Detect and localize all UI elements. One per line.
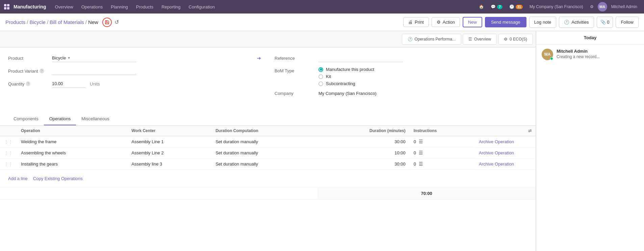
follow-button[interactable]: Follow	[616, 17, 639, 28]
right-panel-today: Today	[536, 31, 644, 45]
quantity-help-icon: ?	[26, 81, 30, 86]
bom-type-subcontracting[interactable]: Subcontracting	[318, 81, 374, 86]
work-center-cell[interactable]: Assembly line 3	[127, 158, 211, 170]
duration-cell[interactable]: 10:00	[317, 147, 409, 158]
right-panel: Today MA Mitchell Admin Creating a new r…	[536, 31, 644, 251]
nav-overview[interactable]: Overview	[51, 0, 76, 14]
archive-operation-btn[interactable]: Archive Operation	[479, 139, 514, 144]
drag-handle-icon[interactable]: ⋮⋮	[4, 139, 13, 144]
user-avatar: MA	[542, 49, 553, 60]
dropdown-arrow-icon: ▼	[67, 56, 71, 60]
product-external-link-icon[interactable]: ➔	[257, 55, 261, 61]
radio-kit-circle	[318, 74, 323, 79]
tab-overview[interactable]: ☰ Overview	[463, 34, 497, 45]
radio-subcontracting-circle	[318, 81, 323, 86]
reference-input[interactable]	[318, 54, 403, 62]
add-line-button[interactable]: Add a line	[8, 176, 28, 181]
duration-cell[interactable]: 30:00	[317, 158, 409, 170]
gear-icon: ⚙	[504, 37, 508, 42]
print-icon: 🖨	[408, 20, 413, 25]
top-navigation: Manufacturing Overview Operations Planni…	[0, 0, 644, 14]
bom-type-kit[interactable]: Kit	[318, 74, 374, 79]
tab-operations[interactable]: Operations	[44, 113, 76, 125]
form-fields: Product Bicycle ▼ ➔ Product Variant ?	[0, 47, 536, 113]
instructions-cell: 0 ☰	[410, 147, 475, 158]
action-button[interactable]: ⚙ Action	[432, 17, 460, 27]
nav-configuration[interactable]: Configuration	[185, 0, 218, 14]
breadcrumb-bicycle[interactable]: Bicycle	[29, 19, 46, 25]
send-message-button[interactable]: Send message	[485, 17, 526, 27]
operation-cell[interactable]: Installing the gears	[17, 158, 127, 170]
nav-reporting[interactable]: Reporting	[158, 0, 184, 14]
nav-right-area: 🏠 💬 7 🕐 31 My Company (San Francisco) ⚙ …	[476, 2, 640, 11]
nav-operations[interactable]: Operations	[78, 0, 106, 14]
drag-handle-icon[interactable]: ⋮⋮	[4, 150, 13, 155]
attachment-button[interactable]: 📎 0	[597, 17, 613, 28]
menu-icon: ☰	[468, 37, 472, 42]
nav-products[interactable]: Products	[133, 0, 157, 14]
user-avatar[interactable]: MA	[598, 2, 607, 11]
chat-message: Creating a new record...	[557, 54, 639, 59]
bom-type-manufacture[interactable]: Manufacture this product	[318, 67, 374, 72]
save-manually-icon[interactable]	[102, 18, 112, 27]
drag-handle-icon[interactable]: ⋮⋮	[4, 161, 13, 167]
form-top-tabs: 🕐 Operations Performa... ☰ Overview ⚙ 0 …	[0, 31, 536, 47]
messages-btn[interactable]: 💬 7	[488, 3, 505, 10]
table-row: ⋮⋮ Assembling the wheels Assembly Line 2…	[0, 147, 536, 158]
duration-cell[interactable]: 30:00	[317, 136, 409, 148]
drag-col-header	[0, 126, 17, 136]
work-center-cell[interactable]: Assembly Line 2	[127, 147, 211, 158]
duration-min-col-header: Duration (minutes)	[317, 126, 409, 136]
log-note-button[interactable]: Log note	[529, 17, 557, 28]
form-area: 🕐 Operations Performa... ☰ Overview ⚙ 0 …	[0, 31, 536, 251]
quantity-input[interactable]	[52, 80, 86, 88]
undo-button[interactable]: ↺	[113, 18, 120, 27]
product-value[interactable]: Bicycle	[52, 55, 66, 60]
instructions-cell: 0 ☰	[410, 136, 475, 147]
breadcrumb-current: New	[88, 19, 98, 25]
nav-planning[interactable]: Planning	[107, 0, 131, 14]
home-icon-btn[interactable]: 🏠	[476, 3, 487, 10]
company-label: Company	[275, 91, 318, 96]
col-settings-icon[interactable]: ⇄	[528, 128, 532, 133]
list-icon[interactable]: ☰	[419, 150, 423, 155]
reference-field-row: Reference	[275, 54, 527, 62]
user-name-btn[interactable]: Mitchell Admin	[609, 3, 640, 10]
list-icon[interactable]: ☰	[419, 161, 423, 167]
duration-comp-cell[interactable]: Set duration manually	[211, 158, 317, 170]
activities-btn[interactable]: 🕐 31	[507, 3, 525, 10]
work-center-cell[interactable]: Assembly Line 1	[127, 136, 211, 148]
app-name: Manufacturing	[14, 4, 46, 9]
app-logo[interactable]	[4, 4, 9, 9]
new-button[interactable]: New	[463, 17, 482, 27]
print-button[interactable]: 🖨 Print	[403, 17, 429, 27]
activities-badge: 31	[516, 5, 523, 9]
breadcrumb-bom[interactable]: Bill of Materials	[50, 19, 84, 25]
form-tabs: Components Operations Miscellaneous	[0, 113, 536, 126]
duration-comp-cell[interactable]: Set duration manually	[211, 136, 317, 148]
archive-operation-btn[interactable]: Archive Operation	[479, 150, 514, 155]
tab-components[interactable]: Components	[8, 113, 44, 125]
grid-icon	[4, 4, 9, 9]
table-row: ⋮⋮ Installing the gears Assembly line 3 …	[0, 158, 536, 170]
clock-icon: 🕐	[408, 37, 413, 42]
breadcrumb-products[interactable]: Products	[5, 19, 25, 25]
work-center-col-header: Work Center	[127, 126, 211, 136]
copy-existing-ops-button[interactable]: Copy Existing Operations	[33, 176, 83, 181]
tab-ecos[interactable]: ⚙ 0 ECO(S)	[498, 34, 533, 45]
archive-operation-btn[interactable]: Archive Operation	[479, 161, 514, 167]
duration-comp-cell[interactable]: Set duration manually	[211, 147, 317, 158]
breadcrumb-bar: Products / Bicycle / Bill of Materials /…	[0, 14, 644, 31]
operation-cell[interactable]: Assembling the wheels	[17, 147, 127, 158]
tab-operations-performance[interactable]: 🕐 Operations Performa...	[402, 34, 461, 45]
instructions-cell: 0 ☰	[410, 158, 475, 170]
tab-miscellaneous[interactable]: Miscellaneous	[76, 113, 114, 125]
list-icon[interactable]: ☰	[419, 139, 423, 144]
product-variant-input[interactable]	[52, 67, 136, 75]
operation-cell[interactable]: Welding the frame	[17, 136, 127, 148]
activities-button[interactable]: 🕐 Activities	[559, 17, 594, 28]
quantity-units: Units	[90, 81, 100, 86]
operations-table: Operation Work Center Duration Computati…	[0, 126, 536, 200]
settings-icon-btn[interactable]: ⚙	[587, 3, 596, 10]
product-variant-help-icon: ?	[40, 69, 44, 73]
